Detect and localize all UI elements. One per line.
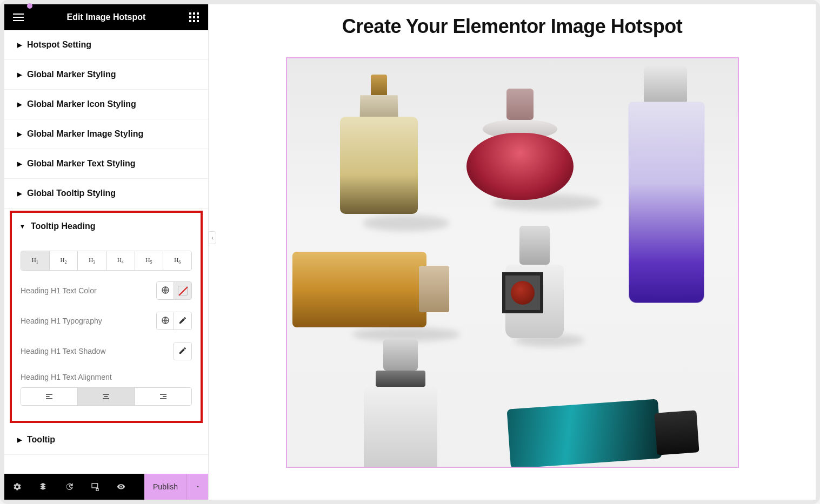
preview-button[interactable] xyxy=(108,474,134,500)
tab-h1[interactable]: H1 xyxy=(21,251,50,270)
control-label: Heading H1 Typography xyxy=(21,317,102,325)
caret-right-icon: ▶ xyxy=(17,436,22,443)
section-label: Hotspot Setting xyxy=(27,40,91,50)
perfume-bottle xyxy=(492,399,698,468)
preview-canvas: Create Your Elementor Image Hotspot xyxy=(209,4,816,500)
section-global-marker-text[interactable]: ▶Global Marker Text Styling xyxy=(4,149,208,179)
section-tooltip[interactable]: ▶Tooltip xyxy=(4,425,208,455)
perfume-bottle xyxy=(611,66,719,309)
section-label: Tooltip Heading xyxy=(31,221,96,231)
section-label: Global Marker Icon Styling xyxy=(27,99,136,109)
collapse-panel-button[interactable]: ‹ xyxy=(209,231,216,244)
panel-body: ▶Hotspot Setting ▶Global Marker Styling … xyxy=(4,30,208,474)
section-label: Tooltip xyxy=(27,435,55,445)
caret-right-icon: ▶ xyxy=(17,190,22,197)
tab-h2[interactable]: H2 xyxy=(50,251,78,270)
section-label: Global Marker Image Styling xyxy=(27,129,143,139)
menu-icon[interactable] xyxy=(12,11,25,24)
notification-dot xyxy=(27,3,32,9)
control-typography: Heading H1 Typography xyxy=(21,312,192,330)
perfume-bottle xyxy=(463,89,577,207)
section-global-marker-icon[interactable]: ▶Global Marker Icon Styling xyxy=(4,90,208,119)
section-label: Global Marker Text Styling xyxy=(27,159,136,169)
section-hotspot-setting[interactable]: ▶Hotspot Setting xyxy=(4,30,208,60)
responsive-button[interactable] xyxy=(82,474,108,500)
perfume-bottle xyxy=(325,75,433,226)
globe-icon xyxy=(161,316,170,326)
tab-h6[interactable]: H6 xyxy=(163,251,191,270)
tab-h5[interactable]: H5 xyxy=(135,251,164,270)
tooltip-heading-body: H1 H2 H3 H4 H5 H6 Heading H1 Text Color xyxy=(12,240,201,421)
caret-right-icon: ▶ xyxy=(17,160,22,167)
tab-h3[interactable]: H3 xyxy=(78,251,106,270)
publish-button[interactable]: Publish xyxy=(144,474,186,500)
typography-edit-button[interactable] xyxy=(174,312,191,330)
caret-right-icon: ▶ xyxy=(17,101,22,108)
control-label: Heading H1 Text Alignment xyxy=(21,373,112,381)
pencil-icon xyxy=(178,346,187,357)
image-hotspot-widget[interactable] xyxy=(286,57,739,468)
global-color-button[interactable] xyxy=(157,282,174,299)
publish-label: Publish xyxy=(153,482,178,491)
panel-title: Edit Image Hotspot xyxy=(67,12,146,22)
control-text-color: Heading H1 Text Color xyxy=(21,281,192,300)
section-global-tooltip[interactable]: ▶Global Tooltip Styling xyxy=(4,179,208,209)
align-center-button[interactable] xyxy=(78,388,135,405)
heading-level-tabs: H1 H2 H3 H4 H5 H6 xyxy=(21,251,192,271)
control-alignment: Heading H1 Text Alignment xyxy=(21,372,192,406)
section-tooltip-heading: ▼ Tooltip Heading H1 H2 H3 H4 H5 H6 Head… xyxy=(10,211,203,423)
settings-button[interactable] xyxy=(4,474,30,500)
navigator-button[interactable] xyxy=(30,474,56,500)
no-color-icon xyxy=(178,286,188,295)
section-global-marker-image[interactable]: ▶Global Marker Image Styling xyxy=(4,119,208,149)
caret-right-icon: ▶ xyxy=(17,42,22,49)
publish-options-button[interactable] xyxy=(186,474,208,500)
align-right-button[interactable] xyxy=(135,388,191,405)
control-text-shadow: Heading H1 Text Shadow xyxy=(21,342,192,360)
page-title: Create Your Elementor Image Hotspot xyxy=(230,15,794,38)
hotspot-marker[interactable] xyxy=(502,272,543,313)
widgets-grid-icon[interactable] xyxy=(188,11,201,24)
color-picker-button[interactable] xyxy=(174,282,191,299)
section-global-marker-styling[interactable]: ▶Global Marker Styling xyxy=(4,60,208,90)
section-tooltip-heading-header[interactable]: ▼ Tooltip Heading xyxy=(12,213,201,240)
caret-right-icon: ▶ xyxy=(17,131,22,138)
control-label: Heading H1 Text Color xyxy=(21,286,97,295)
caret-right-icon: ▶ xyxy=(17,71,22,78)
global-typography-button[interactable] xyxy=(157,312,174,330)
marker-dot-icon xyxy=(511,281,535,305)
perfume-bottle xyxy=(292,244,449,335)
caret-down-icon: ▼ xyxy=(19,223,25,230)
globe-icon xyxy=(161,286,170,296)
text-shadow-edit-button[interactable] xyxy=(174,342,191,360)
section-label: Global Marker Styling xyxy=(27,70,116,79)
editor-side-panel: Edit Image Hotspot ▶Hotspot Setting ▶Glo… xyxy=(4,4,209,500)
panel-footer: Publish xyxy=(4,474,208,500)
perfume-bottle xyxy=(346,339,455,468)
panel-header: Edit Image Hotspot xyxy=(4,4,208,30)
tab-h4[interactable]: H4 xyxy=(106,251,135,270)
control-label: Heading H1 Text Shadow xyxy=(21,347,106,355)
history-button[interactable] xyxy=(56,474,82,500)
pencil-icon xyxy=(178,316,187,326)
align-left-button[interactable] xyxy=(21,388,78,405)
section-label: Global Tooltip Styling xyxy=(27,189,116,198)
